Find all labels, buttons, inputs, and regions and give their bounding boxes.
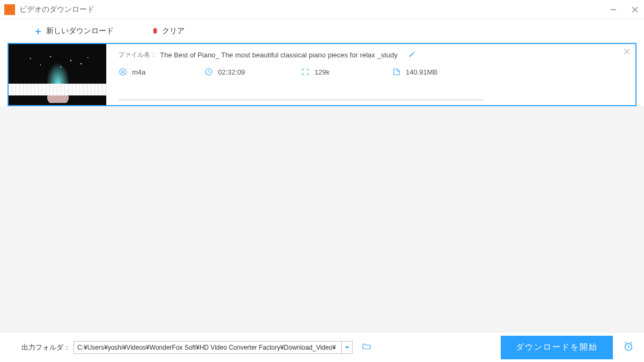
output-folder-path: C:¥Users¥yoshi¥Videos¥WonderFox Soft¥HD … (74, 344, 341, 351)
resolution-icon (301, 67, 310, 77)
meta-filesize: 140.91MB (392, 67, 478, 77)
filename-text: The Best of Piano_ The most beautiful cl… (160, 51, 398, 59)
start-download-label: ダウンロードを開始 (516, 342, 598, 352)
browse-folder-button[interactable] (361, 342, 372, 353)
scheduler-button[interactable] (623, 341, 634, 354)
minimize-button[interactable] (609, 5, 618, 14)
output-folder-combobox[interactable]: C:¥Users¥yoshi¥Videos¥WonderFox Soft¥HD … (74, 341, 353, 354)
app-window: ビデオのダウンロード ＋ 新しいダウンロード クリア (0, 0, 644, 362)
trash-icon (151, 27, 159, 36)
clear-label: クリア (162, 26, 185, 36)
window-controls (609, 5, 640, 14)
start-download-button[interactable]: ダウンロードを開始 (501, 336, 613, 359)
titlebar: ビデオのダウンロード (0, 0, 644, 19)
filename-label: ファイル名： (118, 50, 157, 60)
new-download-button[interactable]: ＋ 新しいダウンロード (33, 26, 114, 36)
close-button[interactable] (630, 5, 640, 14)
filesize-icon (392, 67, 401, 77)
new-download-label: 新しいダウンロード (46, 26, 114, 36)
video-thumbnail (9, 44, 106, 105)
meta-resolution: 129k (301, 67, 392, 77)
app-icon (4, 4, 15, 15)
download-item[interactable]: ファイル名： The Best of Piano_ The most beaut… (8, 43, 636, 106)
clear-button[interactable]: クリア (151, 26, 185, 36)
remove-item-button[interactable] (624, 47, 630, 57)
plus-icon: ＋ (33, 26, 43, 36)
output-folder-label: 出力フォルダ： (21, 343, 70, 352)
meta-duration: 02:32:09 (204, 67, 301, 77)
filesize-value: 140.91MB (406, 68, 437, 76)
svg-point-3 (120, 69, 126, 75)
resolution-value: 129k (314, 68, 330, 76)
clock-icon (204, 67, 214, 77)
format-value: m4a (132, 68, 145, 76)
edit-filename-button[interactable] (408, 50, 416, 60)
filename-row: ファイル名： The Best of Piano_ The most beaut… (118, 50, 626, 60)
meta-row: m4a 02:32:09 129k (118, 67, 626, 77)
window-title: ビデオのダウンロード (19, 5, 94, 14)
toolbar: ＋ 新しいダウンロード クリア (0, 19, 644, 43)
progress-bar (118, 99, 484, 101)
meta-format: m4a (118, 67, 204, 77)
duration-value: 02:32:09 (218, 68, 245, 76)
download-list: ファイル名： The Best of Piano_ The most beaut… (0, 43, 644, 106)
format-icon (118, 67, 128, 77)
footer: 出力フォルダ： C:¥Users¥yoshi¥Videos¥WonderFox … (0, 332, 644, 362)
svg-point-4 (122, 71, 124, 73)
empty-area (0, 106, 644, 332)
item-body: ファイル名： The Best of Piano_ The most beaut… (106, 44, 635, 105)
output-folder-dropdown[interactable] (341, 342, 352, 353)
